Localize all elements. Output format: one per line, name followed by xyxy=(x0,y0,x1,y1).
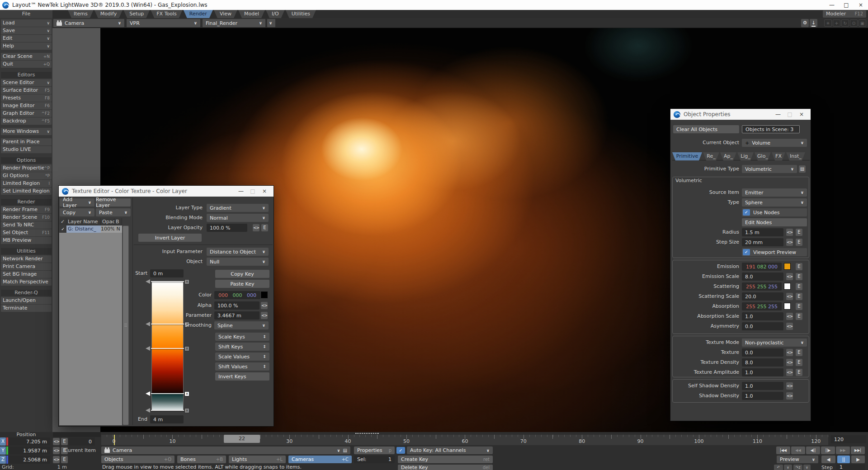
redo-options-icon[interactable]: ∨ xyxy=(803,465,811,470)
minislider-icon[interactable]: <> xyxy=(253,224,259,231)
preview-dropdown[interactable]: Preview ∨ xyxy=(777,456,818,463)
properties-button[interactable]: Properties p xyxy=(354,446,395,454)
minislider-icon[interactable]: <> xyxy=(786,239,793,246)
invert-layer-button[interactable]: Invert Layer xyxy=(138,234,202,242)
render-preset-dropdown[interactable]: Final_Render ∨ xyxy=(203,19,265,27)
coordinate-blank-button[interactable] xyxy=(53,432,101,437)
layer-type-dropdown[interactable]: Gradient ∨ xyxy=(207,204,269,212)
modeler-button[interactable]: Modeler F12 xyxy=(823,10,866,18)
sidebar-item-scene-editor[interactable]: Scene Editor∨ xyxy=(1,79,52,86)
minislider-icon[interactable]: <> xyxy=(786,293,793,300)
rotate-view-icon[interactable]: ✳ xyxy=(824,19,832,27)
copy-dropdown[interactable]: Copy ∨ xyxy=(60,208,94,216)
sidebar-item-sel-object[interactable]: Sel ObjectF11 xyxy=(1,229,52,236)
current-object-dropdown[interactable]: + Volume ∨ xyxy=(742,139,807,147)
minimize-icon[interactable]: — xyxy=(825,0,839,10)
envelope-button[interactable]: E xyxy=(796,303,802,310)
envelope-button[interactable]: E xyxy=(796,273,802,280)
zoom-view-icon[interactable]: ⊙ xyxy=(850,19,858,27)
undo-key-button[interactable]: ↶ xyxy=(774,465,783,470)
tab-glow[interactable]: Glo_ xyxy=(755,152,771,160)
render-mode-dropdown[interactable]: VPR ∨ xyxy=(127,19,200,27)
sidebar-item-save[interactable]: Save∨ xyxy=(1,27,52,34)
tab-modify[interactable]: Modify xyxy=(94,10,123,18)
add-layer-dropdown[interactable]: Add Layer ∨ xyxy=(60,198,94,207)
envelope-button[interactable]: E xyxy=(796,313,802,320)
scrollbar-thumb[interactable] xyxy=(123,226,128,425)
z-axis-badge[interactable]: Z xyxy=(0,456,6,464)
sidebar-item-load[interactable]: Load∨ xyxy=(1,19,52,27)
envelope-button[interactable]: E xyxy=(796,349,802,356)
sidebar-item-surface-editor[interactable]: Surface EditorF5 xyxy=(1,87,52,94)
use-nodes-checkbox[interactable]: ✓ Use Nodes xyxy=(742,208,807,216)
minimize-icon[interactable]: — xyxy=(772,109,784,120)
current-frame-field[interactable]: 0 xyxy=(69,437,95,446)
shift-keys-button[interactable]: Shift Keys ↕ xyxy=(215,343,269,351)
key-delete-icon[interactable]: × xyxy=(184,279,189,284)
minislider-icon[interactable]: <> xyxy=(786,313,793,320)
key-delete-icon[interactable]: × xyxy=(184,391,189,396)
envelope-button[interactable]: E xyxy=(796,359,802,366)
layer-list-scrollbar[interactable] xyxy=(123,226,129,425)
type-dropdown[interactable]: Sphere ∨ xyxy=(742,198,807,207)
tab-render[interactable]: Re_ xyxy=(703,152,719,160)
envelope-button[interactable]: E xyxy=(796,239,802,246)
layer-list[interactable]: ✓ G: Distanc_ 100% N xyxy=(59,226,122,425)
texture-editor-titlebar[interactable]: Texture Editor - Color Texture - Color L… xyxy=(59,186,274,197)
tab-utilities[interactable]: Utilities xyxy=(286,10,316,18)
sidebar-item-edit[interactable]: Edit∨ xyxy=(1,35,52,42)
tab-fx[interactable]: FX xyxy=(772,152,785,160)
z-position-field[interactable]: 2.5068 m xyxy=(9,456,50,464)
absorption-swatch[interactable] xyxy=(784,303,791,310)
envelope-button[interactable]: E xyxy=(796,229,802,236)
cameras-button[interactable]: Cameras +C xyxy=(288,456,352,463)
envelope-button[interactable]: E xyxy=(796,369,802,376)
pan-view-icon[interactable]: + xyxy=(833,19,840,27)
sidebar-item-render-scene[interactable]: Render SceneF10 xyxy=(1,214,52,221)
remove-layer-button[interactable]: Remove Layer xyxy=(96,198,131,207)
tab-items[interactable]: Items xyxy=(68,10,94,18)
sidebar-item-network-render[interactable]: Network Render xyxy=(1,255,52,263)
tab-fx-tools[interactable]: FX Tools xyxy=(151,10,182,18)
clear-all-objects-button[interactable]: Clear All Objects xyxy=(673,125,739,133)
position-mode-dropdown[interactable]: Position xyxy=(0,432,52,437)
sidebar-item-parent-in-place[interactable]: Parent in Place xyxy=(1,138,52,146)
step-field[interactable]: 1 xyxy=(836,464,865,470)
envelope-button[interactable]: E xyxy=(796,263,802,270)
key-delete-icon[interactable]: × xyxy=(184,408,189,413)
close-icon[interactable]: × xyxy=(259,186,270,197)
sidebar-item-clear-scene[interactable]: Clear Scene+N xyxy=(1,53,52,60)
sidebar-item-image-editor[interactable]: Image EditorF6 xyxy=(1,102,52,109)
texture-mode-dropdown[interactable]: Non-pyroclastic ∨ xyxy=(742,338,807,347)
lights-button[interactable]: Lights +L xyxy=(229,456,286,463)
restore-icon[interactable]: □ xyxy=(839,0,854,10)
tab-appearance[interactable]: Ap_ xyxy=(720,152,736,160)
view-item-dropdown[interactable]: Camera ∨ xyxy=(53,19,124,27)
viewport-preview-checkbox[interactable]: ✓ Viewport Preview xyxy=(742,248,807,256)
frame-scrub-handle[interactable]: 22 xyxy=(224,435,260,443)
envelope-button[interactable]: E xyxy=(796,283,802,290)
tab-lighting[interactable]: Lig_ xyxy=(737,152,754,160)
invert-keys-button[interactable]: Invert Keys xyxy=(215,372,269,381)
edit-nodes-button[interactable]: Edit Nodes xyxy=(742,218,807,226)
object-properties-titlebar[interactable]: Object Properties — □ × xyxy=(670,109,811,120)
go-start-button[interactable]: |◀◀ xyxy=(776,446,790,454)
minislider-icon[interactable]: <> xyxy=(786,323,793,330)
sidebar-item-limited-region[interactable]: Limited Regionl xyxy=(1,180,52,187)
minislider-icon[interactable]: <> xyxy=(786,369,793,376)
sidebar-item-graph-editor[interactable]: Graph Editor^F2 xyxy=(1,110,52,117)
preset-extra-dropdown[interactable]: ∨ xyxy=(267,19,275,27)
objects-button[interactable]: Objects +O xyxy=(101,456,175,463)
sidebar-item-render-frame[interactable]: Render FrameF9 xyxy=(1,206,52,213)
undo-options-icon[interactable]: ∨ xyxy=(784,465,792,470)
scattering-swatch[interactable] xyxy=(784,283,791,290)
source-item-dropdown[interactable]: Emitter ∨ xyxy=(742,188,807,197)
input-parameter-dropdown[interactable]: Distance to Object ∨ xyxy=(207,248,269,256)
color-swatch[interactable] xyxy=(261,291,268,298)
close-icon[interactable]: × xyxy=(854,0,868,10)
redo-key-button[interactable]: ↷z xyxy=(793,465,802,470)
sidebar-item-gi-options[interactable]: GI Options*P xyxy=(1,172,52,179)
minislider-icon[interactable]: <> xyxy=(786,229,793,236)
minislider-icon[interactable]: <> xyxy=(786,392,793,400)
tab-instancer[interactable]: Inst_ xyxy=(786,152,805,160)
